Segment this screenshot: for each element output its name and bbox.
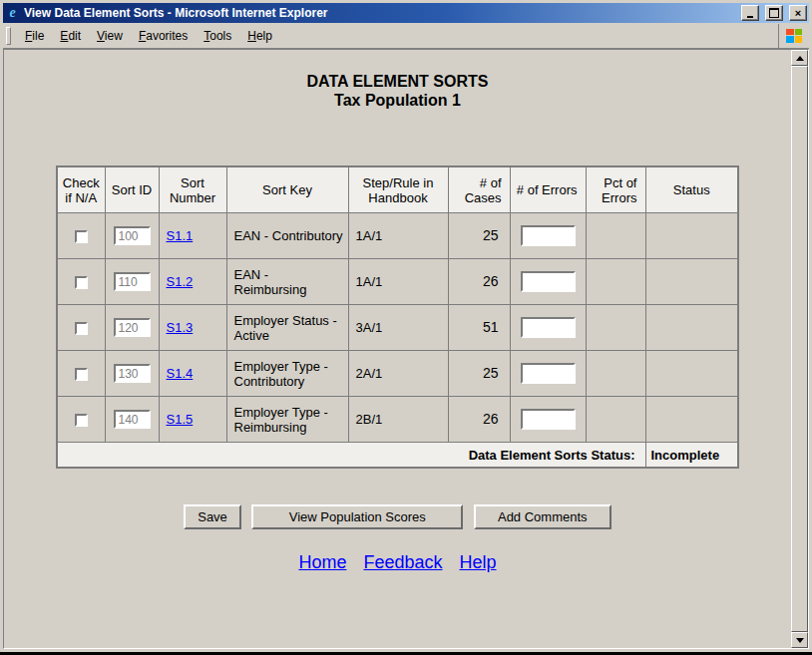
na-checkbox[interactable] — [75, 322, 88, 335]
sort-key-cell: Employer Status - Active — [226, 305, 348, 351]
scrollbar-track[interactable] — [791, 66, 808, 632]
view-population-scores-button[interactable]: View Population Scores — [251, 504, 463, 529]
add-comments-button[interactable]: Add Comments — [474, 504, 611, 529]
col-sort-key: Sort Key — [226, 166, 348, 213]
table-footer-row: Data Element Sorts Status: Incomplete — [57, 443, 738, 469]
arrow-up-icon — [796, 56, 804, 61]
errors-input[interactable] — [521, 225, 576, 246]
arrow-down-icon — [796, 638, 804, 643]
pct-errors-cell — [586, 397, 645, 443]
minimize-button[interactable] — [741, 5, 759, 21]
feedback-link[interactable]: Feedback — [363, 552, 442, 572]
windows-logo — [778, 24, 809, 48]
save-button[interactable]: Save — [184, 504, 241, 529]
col-num-errors: # of Errors — [510, 166, 586, 213]
scroll-up-button[interactable] — [791, 50, 808, 66]
maximize-button[interactable] — [765, 5, 783, 21]
page-client-area: DATA ELEMENT SORTS Tax Population 1 Chec… — [3, 49, 809, 649]
status-cell — [645, 351, 738, 397]
page-title-line2: Tax Population 1 — [4, 91, 791, 110]
page-title-line1: DATA ELEMENT SORTS — [4, 72, 791, 91]
col-step-rule: Step/Rule in Handbook — [348, 166, 448, 213]
table-header-row: Check if N/A Sort ID Sort Number Sort Ke… — [57, 166, 738, 213]
table-row: S1.1 EAN - Contributory 1A/1 25 — [57, 213, 738, 259]
footer-links: Home Feedback Help — [4, 552, 791, 573]
menu-file[interactable]: File — [17, 26, 52, 46]
sort-key-cell: Employer Type - Contributory — [226, 351, 348, 397]
sort-key-cell: Employer Type - Reimbursing — [226, 397, 348, 443]
menu-tools[interactable]: Tools — [196, 26, 239, 46]
scrollbar-thumb[interactable] — [791, 66, 808, 632]
menu-bar: File Edit View Favorites Tools Help — [3, 23, 809, 49]
pct-errors-cell — [586, 259, 645, 305]
sort-number-link[interactable]: S1.4 — [167, 366, 194, 381]
sort-number-link[interactable]: S1.2 — [167, 274, 194, 289]
menu-help[interactable]: Help — [239, 26, 280, 46]
na-checkbox[interactable] — [75, 368, 88, 381]
na-checkbox[interactable] — [75, 414, 88, 427]
title-bar: e View Data Element Sorts - Microsoft In… — [3, 3, 809, 23]
internet-explorer-icon: e — [5, 6, 20, 21]
help-link[interactable]: Help — [460, 552, 497, 572]
step-rule-cell: 2A/1 — [348, 351, 448, 397]
sort-id-input[interactable] — [114, 410, 151, 429]
sort-number-link[interactable]: S1.3 — [167, 320, 194, 335]
windows-flag-icon — [786, 29, 802, 43]
home-link[interactable]: Home — [298, 552, 346, 572]
table-row: S1.5 Employer Type - Reimbursing 2B/1 26 — [57, 397, 738, 443]
menu-view[interactable]: View — [89, 26, 131, 46]
menu-favorites[interactable]: Favorites — [131, 26, 196, 46]
na-checkbox[interactable] — [75, 230, 88, 243]
sort-id-input[interactable] — [114, 364, 151, 383]
col-check-if-na: Check if N/A — [57, 166, 105, 213]
sort-id-input[interactable] — [114, 226, 151, 245]
status-cell — [645, 259, 738, 305]
browser-window: e View Data Element Sorts - Microsoft In… — [0, 0, 812, 652]
minimize-icon — [747, 16, 753, 18]
close-icon: × — [795, 8, 801, 18]
toolbar-grip[interactable] — [6, 27, 11, 45]
vertical-scrollbar[interactable] — [791, 50, 808, 648]
sort-id-input[interactable] — [114, 272, 151, 291]
status-cell — [645, 213, 738, 259]
cases-cell: 25 — [448, 213, 510, 259]
sort-number-link[interactable]: S1.5 — [167, 412, 194, 427]
sorts-status-value: Incomplete — [645, 443, 738, 469]
col-num-cases: # of Cases — [448, 166, 510, 213]
sort-id-input[interactable] — [114, 318, 151, 337]
data-element-sorts-table: Check if N/A Sort ID Sort Number Sort Ke… — [56, 165, 739, 469]
menu-edit[interactable]: Edit — [52, 26, 89, 46]
pct-errors-cell — [586, 213, 645, 259]
step-rule-cell: 1A/1 — [348, 213, 448, 259]
sorts-status-label: Data Element Sorts Status: — [57, 443, 645, 469]
cases-cell: 51 — [448, 305, 510, 351]
errors-input[interactable] — [521, 409, 576, 430]
errors-input[interactable] — [521, 317, 576, 338]
errors-input[interactable] — [521, 271, 576, 292]
na-checkbox[interactable] — [75, 276, 88, 289]
col-pct-errors: Pct of Errors — [586, 166, 645, 213]
col-sort-number: Sort Number — [159, 166, 226, 213]
maximize-icon — [769, 8, 779, 18]
cases-cell: 26 — [448, 259, 510, 305]
step-rule-cell: 1A/1 — [348, 259, 448, 305]
pct-errors-cell — [586, 305, 645, 351]
sort-key-cell: EAN - Reimbursing — [226, 259, 348, 305]
action-buttons: Save View Population Scores Add Comments — [4, 504, 791, 529]
cases-cell: 26 — [448, 397, 510, 443]
col-sort-id: Sort ID — [105, 166, 159, 213]
errors-input[interactable] — [521, 363, 576, 384]
step-rule-cell: 3A/1 — [348, 305, 448, 351]
close-button[interactable]: × — [789, 5, 807, 21]
status-cell — [645, 397, 738, 443]
status-cell — [645, 305, 738, 351]
table-row: S1.4 Employer Type - Contributory 2A/1 2… — [57, 351, 738, 397]
table-row: S1.3 Employer Status - Active 3A/1 51 — [57, 305, 738, 351]
cases-cell: 25 — [448, 351, 510, 397]
sort-number-link[interactable]: S1.1 — [167, 228, 194, 243]
window-title: View Data Element Sorts - Microsoft Inte… — [24, 6, 737, 20]
scroll-down-button[interactable] — [791, 632, 808, 648]
col-status: Status — [645, 166, 738, 213]
pct-errors-cell — [586, 351, 645, 397]
step-rule-cell: 2B/1 — [348, 397, 448, 443]
